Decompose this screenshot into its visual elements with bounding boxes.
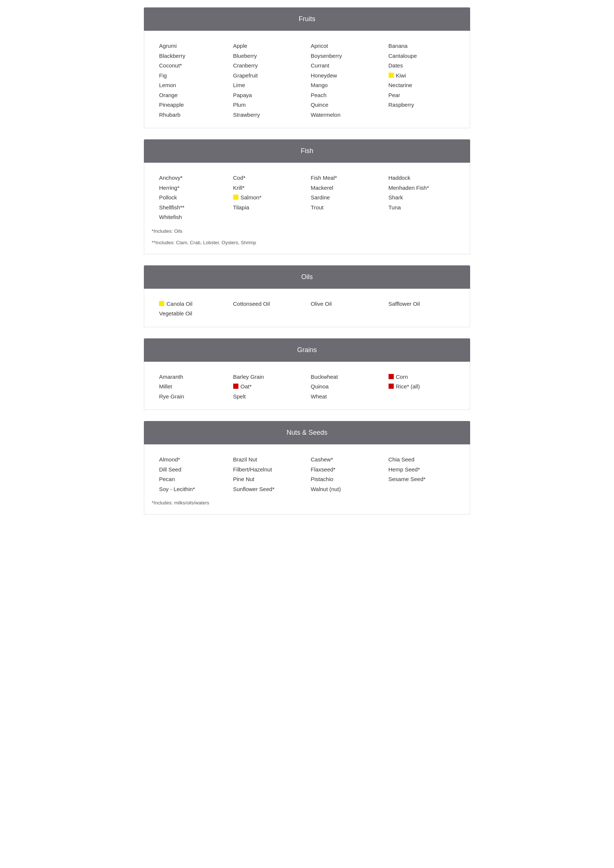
list-item: Boysenberry [311,52,381,60]
item-label: Cantaloupe [389,52,417,60]
item-label: Sardine [311,194,330,202]
item-label: Pineapple [159,101,184,109]
col-nuts-seeds-0: Almond*Dill SeedPecanSoy - Lecithin* [152,456,230,495]
section-oils: OilsCanola OilVegetable OilCottonseed Oi… [144,265,470,327]
list-item: Cranberry [233,62,304,70]
item-label: Blueberry [233,52,257,60]
item-label: Whitefish [159,213,182,222]
list-item: Apricot [311,42,381,50]
col-nuts-seeds-3: Chia SeedHemp Seed*Sesame Seed* [385,456,463,495]
item-label: Flaxseed* [311,465,336,474]
list-item: Shark [389,194,459,202]
item-label: Mackerel [311,184,333,192]
list-item: Pine Nut [233,475,304,484]
list-item: Cod* [233,174,304,182]
col-grains-2: BuckwheatQuinoaWheat [307,373,385,403]
list-item: Safflower Oil [389,300,459,308]
red-dot-icon [389,384,394,389]
list-item: Buckwheat [311,373,381,381]
list-item: Raspberry [389,101,459,109]
item-label: Orange [159,91,177,100]
list-item: Krill* [233,184,304,192]
list-item: Dill Seed [159,465,226,474]
list-item: Cantaloupe [389,52,459,60]
list-item: Papaya [233,91,304,100]
item-label: Soy - Lecithin* [159,485,195,494]
list-item: Blueberry [233,52,304,60]
list-item: Chia Seed [389,456,459,464]
list-item: Pecan [159,475,226,484]
list-item: Spelt [233,392,304,401]
item-label: Rye Grain [159,392,184,401]
list-item: Oat* [233,383,304,391]
section-grid-grains: AmaranthMilletRye GrainBarley GrainOat*S… [152,373,462,403]
col-oils-2: Olive Oil [307,300,385,319]
section-body-grains: AmaranthMilletRye GrainBarley GrainOat*S… [144,362,470,410]
yellow-dot-icon [159,301,164,306]
item-label: Vegetable Oil [159,310,192,318]
item-label: Dill Seed [159,465,181,474]
col-grains-0: AmaranthMilletRye Grain [152,373,230,403]
item-label: Safflower Oil [389,300,420,308]
section-nuts-seeds: Nuts & SeedsAlmond*Dill SeedPecanSoy - L… [144,421,470,515]
col-fruits-0: AgrumiBlackberryCoconut*FigLemonOrangePi… [152,42,230,121]
item-label: Sunflower Seed* [233,485,275,494]
item-label: Kiwi [396,71,406,80]
item-label: Agrumi [159,42,177,50]
item-label: Walnut (nut) [311,485,341,494]
item-label: Cod* [233,174,246,182]
item-label: Shellfish** [159,203,184,212]
list-item: Pear [389,91,459,100]
col-fruits-2: ApricotBoysenberryCurrantHoneydewMangoPe… [307,42,385,121]
item-label: Spelt [233,392,246,401]
list-item: Sunflower Seed* [233,485,304,494]
list-item: Herring* [159,184,226,192]
list-item: Sardine [311,194,381,202]
col-grains-3: CornRice* (all) [385,373,463,403]
col-fruits-3: BananaCantaloupeDatesKiwiNectarinePearRa… [385,42,463,121]
list-item: Millet [159,383,226,391]
item-label: Salmon* [241,194,262,202]
list-item: Mango [311,81,381,90]
list-item: Cashew* [311,456,381,464]
item-label: Grapefruit [233,71,258,80]
item-label: Fig [159,71,167,80]
list-item: Honeydew [311,71,381,80]
list-item: Rice* (all) [389,383,459,391]
list-item: Quince [311,101,381,109]
list-item: Olive Oil [311,300,381,308]
col-nuts-seeds-2: Cashew*Flaxseed*PistachioWalnut (nut) [307,456,385,495]
list-item: Kiwi [389,71,459,80]
list-item: Cottonseed Oil [233,300,304,308]
item-label: Quince [311,101,328,109]
list-item: Hemp Seed* [389,465,459,474]
section-body-nuts-seeds: Almond*Dill SeedPecanSoy - Lecithin*Braz… [144,444,470,515]
section-grid-fruits: AgrumiBlackberryCoconut*FigLemonOrangePi… [152,42,462,121]
item-label: Hemp Seed* [389,465,420,474]
footnote: *Includes: Oils [152,228,462,235]
section-header-nuts-seeds: Nuts & Seeds [144,421,470,444]
item-label: Cottonseed Oil [233,300,270,308]
item-label: Millet [159,383,172,391]
item-label: Nectarine [389,81,412,90]
item-label: Barley Grain [233,373,264,381]
list-item: Filbert/Hazelnut [233,465,304,474]
section-body-oils: Canola OilVegetable OilCottonseed OilOli… [144,289,470,327]
item-label: Corn [396,373,408,381]
list-item: Blackberry [159,52,226,60]
col-fruits-1: AppleBlueberryCranberryGrapefruitLimePap… [230,42,307,121]
item-label: Wheat [311,392,326,401]
item-label: Sesame Seed* [389,475,426,484]
item-label: Canola Oil [166,300,193,308]
item-label: Pine Nut [233,475,255,484]
col-grains-1: Barley GrainOat*Spelt [230,373,307,403]
yellow-dot-icon [233,195,238,200]
list-item: Tuna [389,203,459,212]
item-label: Shark [389,194,403,202]
item-label: Oat* [241,383,252,391]
section-header-oils: Oils [144,265,470,289]
item-label: Menhaden Fish* [389,184,429,192]
list-item: Corn [389,373,459,381]
list-item: Quinoa [311,383,381,391]
item-label: Amaranth [159,373,183,381]
